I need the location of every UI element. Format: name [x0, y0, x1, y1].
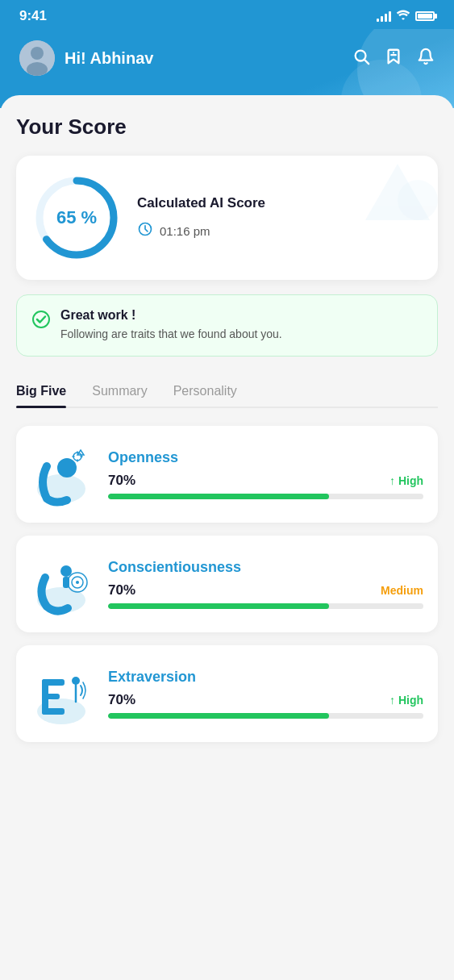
page-title: Your Score — [16, 115, 438, 140]
score-time-text: 01:16 pm — [160, 224, 210, 238]
search-icon[interactable] — [352, 48, 370, 69]
header-icons[interactable] — [352, 48, 435, 69]
battery-icon — [415, 11, 435, 21]
extraversion-level: ↑ High — [389, 694, 423, 707]
status-time: 9:41 — [19, 8, 47, 24]
score-card-decoration — [349, 156, 438, 252]
svg-line-4 — [364, 60, 369, 64]
extraversion-percent: 70% — [108, 692, 135, 708]
conscientiousness-bar-fill — [108, 603, 329, 609]
status-icons — [377, 9, 435, 23]
extraversion-bar-fill — [108, 713, 329, 719]
extraversion-illustration — [31, 661, 95, 726]
conscientiousness-info: Conscientiousness 70% Medium — [108, 559, 423, 609]
openness-level: ↑ High — [389, 474, 423, 487]
openness-name: Openness — [108, 449, 423, 466]
extraversion-bar — [108, 713, 423, 719]
main-content: Your Score 65 % Calculated AI Score — [0, 95, 454, 821]
openness-info: Openness 70% ↑ High — [108, 449, 423, 499]
avatar — [19, 40, 55, 76]
svg-rect-24 — [42, 694, 60, 699]
trait-card-openness: Openness 70% ↑ High — [16, 426, 438, 523]
conscientiousness-illustration — [31, 552, 95, 616]
extraversion-info: Extraversion 70% ↑ High — [108, 669, 423, 719]
score-card: 65 % Calculated AI Score 01:16 pm — [16, 156, 438, 280]
openness-bar-fill — [108, 494, 329, 499]
signal-icon — [377, 10, 391, 22]
notification-icon[interactable] — [417, 48, 435, 69]
score-percent-text: 65 % — [56, 207, 97, 228]
openness-score-row: 70% ↑ High — [108, 473, 423, 489]
openness-bar — [108, 494, 423, 499]
openness-percent: 70% — [108, 473, 135, 489]
conscientiousness-score-row: 70% Medium — [108, 582, 423, 598]
svg-rect-25 — [42, 708, 65, 715]
notice-content: Great work ! Following are traits that w… — [60, 308, 282, 343]
openness-arrow: ↑ — [389, 474, 395, 487]
notice-card: Great work ! Following are traits that w… — [16, 294, 438, 357]
trait-card-extraversion: Extraversion 70% ↑ High — [16, 645, 438, 742]
wifi-icon — [396, 9, 410, 23]
svg-point-20 — [76, 581, 79, 584]
svg-point-16 — [60, 565, 72, 577]
conscientiousness-percent: 70% — [108, 582, 135, 598]
conscientiousness-name: Conscientiousness — [108, 559, 423, 576]
tabs[interactable]: Big Five Summary Personality — [16, 376, 438, 408]
conscientiousness-bar — [108, 603, 423, 609]
svg-point-11 — [33, 311, 49, 327]
notice-text: Following are traits that we found about… — [60, 326, 282, 343]
extraversion-name: Extraversion — [108, 669, 423, 686]
extraversion-arrow: ↑ — [389, 694, 395, 707]
conscientiousness-level: Medium — [381, 584, 423, 597]
score-circle: 65 % — [32, 173, 121, 262]
tab-personality[interactable]: Personality — [173, 376, 237, 407]
tab-big-five[interactable]: Big Five — [16, 376, 66, 407]
tab-summary[interactable]: Summary — [92, 376, 147, 407]
openness-illustration — [31, 442, 95, 507]
bookmark-icon[interactable] — [385, 48, 402, 69]
check-icon — [31, 310, 51, 334]
svg-point-1 — [31, 47, 44, 60]
svg-point-13 — [57, 458, 77, 477]
trait-card-conscientiousness: Conscientiousness 70% Medium — [16, 536, 438, 632]
svg-point-7 — [398, 180, 438, 220]
clock-icon — [137, 221, 153, 241]
notice-title: Great work ! — [60, 308, 282, 323]
status-bar: 9:41 — [0, 0, 454, 29]
greeting-text: Hi! Abhinav — [65, 49, 153, 68]
svg-point-26 — [72, 677, 80, 685]
header-left: Hi! Abhinav — [19, 40, 153, 76]
svg-rect-23 — [42, 679, 65, 686]
extraversion-score-row: 70% ↑ High — [108, 692, 423, 708]
